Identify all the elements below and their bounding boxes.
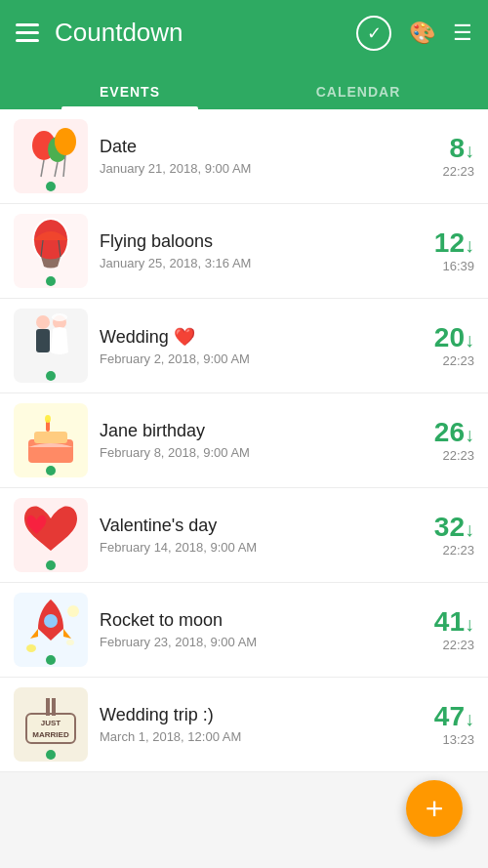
countdown-time: 22:23: [416, 638, 474, 652]
event-info: Flying baloons January 25, 2018, 3:16 AM: [88, 231, 416, 270]
countdown-time: 22:23: [416, 543, 474, 558]
event-countdown: 12↓ 16:39: [416, 228, 474, 273]
event-item[interactable]: Flying baloons January 25, 2018, 3:16 AM…: [0, 204, 488, 299]
event-item[interactable]: Date January 21, 2018, 9:00 AM 8↓ 22:23: [0, 109, 488, 204]
event-item[interactable]: Rocket to moon February 23, 2018, 9:00 A…: [0, 583, 488, 678]
event-date: February 2, 2018, 9:00 AM: [100, 351, 404, 366]
event-countdown: 26↓ 22:23: [416, 418, 474, 463]
countdown-time: 16:39: [416, 259, 474, 273]
event-countdown: 41↓ 22:23: [416, 607, 474, 652]
event-dot: [46, 655, 56, 665]
menu-button[interactable]: [16, 23, 39, 42]
event-info: Date January 21, 2018, 9:00 AM: [88, 137, 416, 176]
event-dot: [46, 276, 56, 286]
event-name: Rocket to moon: [100, 610, 404, 631]
arrow-down-icon: ↓: [465, 424, 474, 445]
event-item[interactable]: Jane birthday February 8, 2018, 9:00 AM …: [0, 393, 488, 488]
event-thumbnail: JUST MARRIED: [14, 687, 88, 762]
event-item[interactable]: Valentine's day February 14, 2018, 9:00 …: [0, 488, 488, 583]
event-info: Jane birthday February 8, 2018, 9:00 AM: [88, 421, 416, 460]
svg-rect-28: [52, 698, 56, 716]
filter-button[interactable]: ☰: [453, 21, 472, 46]
event-dot: [46, 466, 56, 475]
event-name: Wedding ❤️: [100, 326, 404, 348]
svg-line-4: [55, 162, 58, 177]
arrow-down-icon: ↓: [465, 140, 474, 161]
svg-point-22: [67, 605, 79, 617]
event-dot: [46, 560, 56, 570]
event-dot: [46, 182, 56, 191]
event-date: February 14, 2018, 9:00 AM: [100, 540, 404, 555]
countdown-time: 22:23: [416, 353, 474, 368]
arrow-down-icon: ↓: [465, 329, 474, 351]
event-info: Valentine's day February 14, 2018, 9:00 …: [88, 516, 416, 555]
event-date: January 25, 2018, 3:16 AM: [100, 256, 404, 270]
svg-point-11: [36, 315, 50, 329]
countdown-time: 22:23: [416, 164, 474, 179]
countdown-time: 13:23: [416, 732, 474, 747]
event-info: Wedding ❤️ February 2, 2018, 9:00 AM: [88, 326, 416, 366]
event-dot: [46, 371, 56, 381]
event-name: Jane birthday: [100, 421, 404, 441]
palette-button[interactable]: 🎨: [409, 21, 435, 46]
countdown-days: 41↓: [416, 607, 474, 638]
event-thumbnail: [14, 119, 88, 193]
svg-text:JUST: JUST: [41, 719, 61, 727]
event-name: Flying baloons: [100, 231, 404, 252]
event-thumbnail: [14, 309, 88, 383]
event-name: Date: [100, 137, 404, 157]
svg-rect-12: [36, 329, 50, 352]
countdown-days: 26↓: [416, 418, 474, 448]
svg-point-19: [44, 614, 58, 628]
svg-point-14: [52, 313, 67, 321]
event-dot: [46, 750, 56, 760]
countdown-days: 12↓: [416, 228, 474, 259]
svg-rect-27: [46, 698, 50, 716]
header: Countdown ✓ 🎨 ☰ EVENTS CALENDAR: [0, 0, 488, 109]
svg-point-18: [45, 415, 51, 423]
event-date: February 8, 2018, 9:00 AM: [100, 445, 404, 460]
event-item[interactable]: JUST MARRIED Wedding trip :) March 1, 20…: [0, 678, 488, 772]
event-thumbnail: [14, 498, 88, 572]
event-info: Rocket to moon February 23, 2018, 9:00 A…: [88, 610, 416, 649]
event-countdown: 20↓ 22:23: [416, 323, 474, 368]
arrow-down-icon: ↓: [465, 234, 474, 256]
countdown-days: 47↓: [416, 702, 474, 732]
tab-calendar[interactable]: CALENDAR: [244, 84, 472, 109]
event-name: Wedding trip :): [100, 705, 404, 725]
add-event-button[interactable]: +: [406, 780, 463, 837]
event-date: January 21, 2018, 9:00 AM: [100, 161, 404, 176]
header-icons: ✓ 🎨 ☰: [356, 16, 472, 51]
tab-bar: EVENTS CALENDAR: [16, 65, 472, 109]
event-item[interactable]: Wedding ❤️ February 2, 2018, 9:00 AM 20↓…: [0, 299, 488, 393]
event-countdown: 47↓ 13:23: [416, 702, 474, 747]
palette-icon: 🎨: [409, 21, 435, 46]
countdown-time: 22:23: [416, 448, 474, 463]
event-countdown: 8↓ 22:23: [416, 134, 474, 179]
event-date: February 23, 2018, 9:00 AM: [100, 635, 404, 649]
svg-point-2: [55, 128, 76, 155]
event-info: Wedding trip :) March 1, 2018, 12:00 AM: [88, 705, 416, 744]
tab-events[interactable]: EVENTS: [16, 84, 244, 109]
countdown-days: 8↓: [416, 134, 474, 164]
svg-line-3: [41, 160, 44, 177]
svg-rect-16: [34, 432, 67, 443]
event-name: Valentine's day: [100, 516, 404, 536]
svg-point-21: [66, 640, 74, 645]
svg-point-20: [26, 644, 36, 652]
arrow-down-icon: ↓: [465, 518, 474, 540]
arrow-down-icon: ↓: [465, 708, 474, 729]
event-thumbnail: [14, 403, 88, 477]
arrow-down-icon: ↓: [465, 613, 474, 635]
event-countdown: 32↓ 22:23: [416, 513, 474, 558]
app-title: Countdown: [55, 18, 341, 48]
checkmark-icon: ✓: [367, 22, 382, 44]
event-thumbnail: [14, 214, 88, 288]
event-list: Date January 21, 2018, 9:00 AM 8↓ 22:23 …: [0, 109, 488, 772]
event-thumbnail: [14, 593, 88, 667]
event-date: March 1, 2018, 12:00 AM: [100, 729, 404, 744]
countdown-days: 32↓: [416, 513, 474, 543]
checkmark-button[interactable]: ✓: [356, 16, 391, 51]
countdown-days: 20↓: [416, 323, 474, 353]
svg-text:MARRIED: MARRIED: [32, 730, 69, 739]
